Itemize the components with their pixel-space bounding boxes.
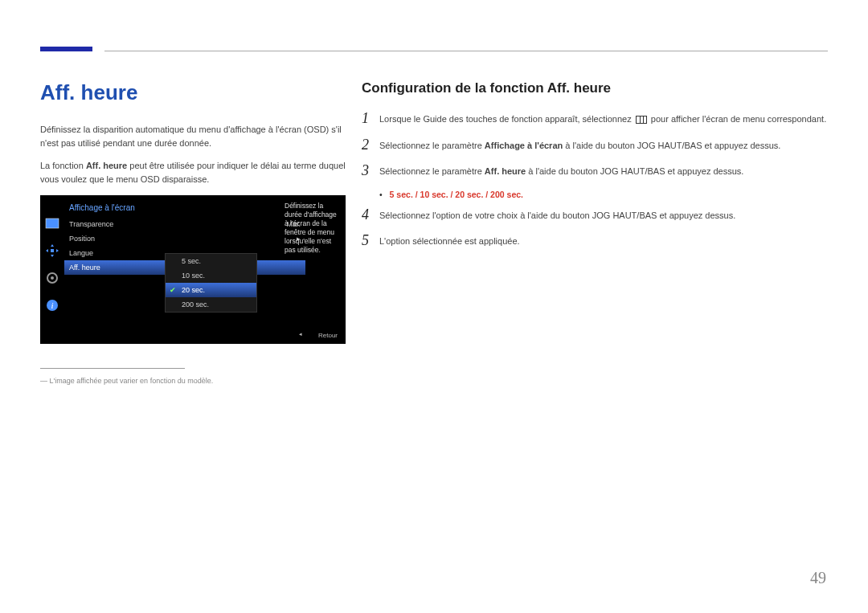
picture-icon — [44, 215, 60, 231]
header-accent — [40, 47, 92, 51]
svg-marker-1 — [51, 244, 54, 247]
step-number: 2 — [362, 137, 379, 152]
svg-rect-5 — [51, 249, 54, 252]
check-icon: ✔ — [170, 286, 176, 294]
step-number: 3 — [362, 163, 379, 178]
svg-point-7 — [51, 276, 54, 280]
left-column: Aff. heure Définissez la disparition aut… — [40, 80, 346, 385]
back-arrow-icon: ◂ — [299, 331, 302, 337]
step-text: Sélectionnez l'option de votre choix à l… — [379, 207, 735, 223]
svg-marker-4 — [56, 249, 59, 252]
step-number: 1 — [362, 111, 379, 125]
osd-back-label: Retour — [318, 332, 338, 339]
svg-text:i: i — [51, 300, 53, 310]
header-rule — [104, 51, 828, 51]
step-text: Lorsque le Guide des touches de fonction… — [379, 111, 826, 126]
step-text: Sélectionnez le paramètre Aff. heure à l… — [379, 163, 743, 178]
footnote-divider — [40, 368, 185, 369]
menu-icon — [636, 116, 647, 124]
osd-description: Définissez la durée d'affichage à l'écra… — [281, 202, 344, 255]
osd-option-200: 200 sec. — [166, 297, 256, 312]
section-title: Configuration de la fonction Aff. heure — [362, 80, 828, 96]
step-1: 1 Lorsque le Guide des touches de foncti… — [362, 111, 828, 126]
osd-screenshot: i Affichage à l'écran Transparence Mar. … — [40, 195, 346, 344]
page-title: Aff. heure — [40, 80, 346, 105]
page-number: 49 — [810, 569, 826, 587]
step-5: 5 L'option sélectionnée est appliquée. — [362, 233, 828, 248]
intro-paragraph-1: Définissez la disparition automatique du… — [40, 123, 346, 149]
options-bullet: • 5 sec. / 10 sec. / 20 sec. / 200 sec. — [379, 190, 828, 199]
osd-options-popup: 5 sec. 10 sec. ✔20 sec. 200 sec. — [165, 253, 257, 313]
osd-option-20: ✔20 sec. — [166, 283, 256, 297]
step-3: 3 Sélectionnez le paramètre Aff. heure à… — [362, 163, 828, 178]
osd-row-transparence: Transparence Mar. — [64, 217, 305, 231]
step-4: 4 Sélectionnez l'option de votre choix à… — [362, 207, 828, 223]
info-icon: i — [44, 297, 60, 313]
intro-paragraph-2: La fonction Aff. heure peut être utilisé… — [40, 159, 346, 186]
right-column: Configuration de la fonction Aff. heure … — [362, 80, 828, 260]
svg-marker-2 — [51, 255, 54, 257]
step-text: Sélectionnez le paramètre Affichage à l'… — [379, 137, 780, 153]
step-number: 4 — [362, 207, 379, 222]
svg-marker-3 — [46, 249, 48, 252]
osd-sidebar: i — [40, 195, 64, 344]
step-2: 2 Sélectionnez le paramètre Affichage à … — [362, 137, 828, 153]
osd-option-10: 10 sec. — [166, 268, 256, 283]
osd-menu-title: Affichage à l'écran — [64, 195, 305, 217]
osd-row-position: Position ▸ — [64, 231, 305, 246]
footnote-text: ― L'image affichée peut varier en foncti… — [40, 377, 346, 385]
osd-option-5: 5 sec. — [166, 254, 256, 268]
gear-icon — [44, 270, 60, 286]
step-text: L'option sélectionnée est appliquée. — [379, 233, 520, 248]
svg-rect-0 — [46, 219, 59, 228]
step-number: 5 — [362, 233, 379, 247]
options-list: 5 sec. / 10 sec. / 20 sec. / 200 sec. — [390, 190, 523, 199]
move-icon — [44, 243, 60, 259]
